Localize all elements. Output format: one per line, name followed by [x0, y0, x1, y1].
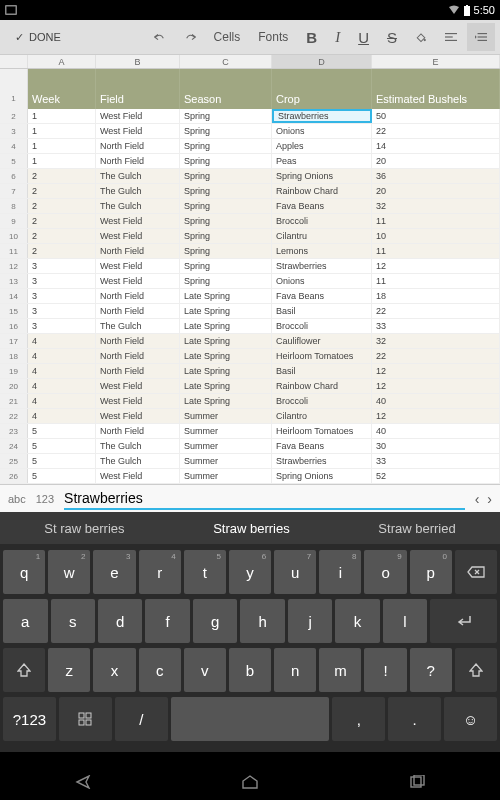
cell-field[interactable]: West Field: [96, 229, 180, 243]
cell-bushels[interactable]: 12: [372, 259, 500, 273]
cell-season[interactable]: Spring: [180, 199, 272, 213]
recents-button[interactable]: [408, 775, 426, 789]
cell-crop[interactable]: Spring Onions: [272, 169, 372, 183]
cell-bushels[interactable]: 11: [372, 244, 500, 258]
key-o[interactable]: o9: [364, 550, 406, 594]
row-header[interactable]: 19: [0, 364, 28, 378]
cell-week[interactable]: 3: [28, 274, 96, 288]
cell-crop[interactable]: Cauliflower: [272, 334, 372, 348]
key-y[interactable]: y6: [229, 550, 271, 594]
row-header[interactable]: 26: [0, 469, 28, 483]
cell-field[interactable]: North Field: [96, 424, 180, 438]
key-w[interactable]: w2: [48, 550, 90, 594]
row-header[interactable]: 24: [0, 439, 28, 453]
cell-field[interactable]: West Field: [96, 469, 180, 483]
cell-crop[interactable]: Cilantro: [272, 409, 372, 423]
cell-crop[interactable]: Fava Beans: [272, 289, 372, 303]
cell-bushels[interactable]: 50: [372, 109, 500, 123]
key-g[interactable]: g: [193, 599, 237, 643]
key-m[interactable]: m: [319, 648, 361, 692]
cell-crop[interactable]: Cilantru: [272, 229, 372, 243]
cell-bushels[interactable]: 40: [372, 394, 500, 408]
cell-crop[interactable]: Broccoli: [272, 214, 372, 228]
underline-button[interactable]: U: [350, 23, 377, 52]
more-button[interactable]: [467, 23, 495, 51]
cell-week[interactable]: 4: [28, 364, 96, 378]
cell-bushels[interactable]: 30: [372, 439, 500, 453]
cell-crop[interactable]: Rainbow Chard: [272, 184, 372, 198]
row-header[interactable]: 9: [0, 214, 28, 228]
key-u[interactable]: u7: [274, 550, 316, 594]
cell-week[interactable]: 3: [28, 319, 96, 333]
cell-season[interactable]: Spring: [180, 274, 272, 288]
key-?[interactable]: ?: [410, 648, 452, 692]
header-week[interactable]: Week: [28, 69, 96, 109]
cell-week[interactable]: 2: [28, 184, 96, 198]
key-i[interactable]: i8: [319, 550, 361, 594]
cell-crop[interactable]: Strawberries: [272, 259, 372, 273]
cell-field[interactable]: North Field: [96, 154, 180, 168]
cell-field[interactable]: West Field: [96, 214, 180, 228]
cell-bushels[interactable]: 33: [372, 454, 500, 468]
header-crop[interactable]: Crop: [272, 69, 372, 109]
row-header[interactable]: 18: [0, 349, 28, 363]
suggestion-1[interactable]: St raw berries: [34, 517, 134, 540]
cell-season[interactable]: Late Spring: [180, 334, 272, 348]
key-f[interactable]: f: [145, 599, 189, 643]
back-button[interactable]: [74, 775, 92, 789]
key-x[interactable]: x: [93, 648, 135, 692]
next-cell-button[interactable]: ›: [487, 491, 492, 507]
cell-season[interactable]: Spring: [180, 184, 272, 198]
cell-bushels[interactable]: 22: [372, 349, 500, 363]
corner-cell[interactable]: [0, 55, 28, 68]
slash-key[interactable]: /: [115, 697, 168, 741]
cell-season[interactable]: Late Spring: [180, 379, 272, 393]
row-header[interactable]: 10: [0, 229, 28, 243]
cell-field[interactable]: West Field: [96, 259, 180, 273]
cell-bushels[interactable]: 33: [372, 319, 500, 333]
key-k[interactable]: k: [335, 599, 379, 643]
key-q[interactable]: q1: [3, 550, 45, 594]
cell-bushels[interactable]: 12: [372, 379, 500, 393]
cell-field[interactable]: North Field: [96, 139, 180, 153]
text-mode-button[interactable]: abc: [8, 493, 26, 505]
cell-season[interactable]: Spring: [180, 169, 272, 183]
cell-bushels[interactable]: 22: [372, 304, 500, 318]
cell-field[interactable]: The Gulch: [96, 439, 180, 453]
cell-field[interactable]: North Field: [96, 304, 180, 318]
key-s[interactable]: s: [51, 599, 95, 643]
cell-week[interactable]: 1: [28, 139, 96, 153]
row-header[interactable]: 17: [0, 334, 28, 348]
cell-season[interactable]: Summer: [180, 409, 272, 423]
cell-week[interactable]: 5: [28, 469, 96, 483]
cell-week[interactable]: 1: [28, 154, 96, 168]
italic-button[interactable]: I: [327, 23, 348, 52]
row-header[interactable]: 23: [0, 424, 28, 438]
col-header-a[interactable]: A: [28, 55, 96, 68]
cell-week[interactable]: 2: [28, 244, 96, 258]
cell-field[interactable]: West Field: [96, 394, 180, 408]
strikethrough-button[interactable]: S: [379, 23, 405, 52]
cell-week[interactable]: 5: [28, 439, 96, 453]
row-header[interactable]: 15: [0, 304, 28, 318]
cell-week[interactable]: 4: [28, 349, 96, 363]
cell-season[interactable]: Spring: [180, 154, 272, 168]
cell-field[interactable]: North Field: [96, 334, 180, 348]
fill-color-button[interactable]: [407, 23, 435, 51]
key-n[interactable]: n: [274, 648, 316, 692]
cell-field[interactable]: North Field: [96, 244, 180, 258]
cell-season[interactable]: Summer: [180, 454, 272, 468]
cell-crop[interactable]: Fava Beans: [272, 199, 372, 213]
cell-field[interactable]: North Field: [96, 289, 180, 303]
cell-season[interactable]: Late Spring: [180, 364, 272, 378]
done-button[interactable]: ✓ DONE: [5, 31, 71, 44]
cell-week[interactable]: 2: [28, 199, 96, 213]
key-d[interactable]: d: [98, 599, 142, 643]
cell-field[interactable]: North Field: [96, 364, 180, 378]
bold-button[interactable]: B: [298, 23, 325, 52]
cell-crop[interactable]: Strawberries: [272, 454, 372, 468]
cell-crop[interactable]: Broccoli: [272, 319, 372, 333]
cell-bushels[interactable]: 32: [372, 334, 500, 348]
cell-week[interactable]: 3: [28, 289, 96, 303]
cell-field[interactable]: West Field: [96, 109, 180, 123]
